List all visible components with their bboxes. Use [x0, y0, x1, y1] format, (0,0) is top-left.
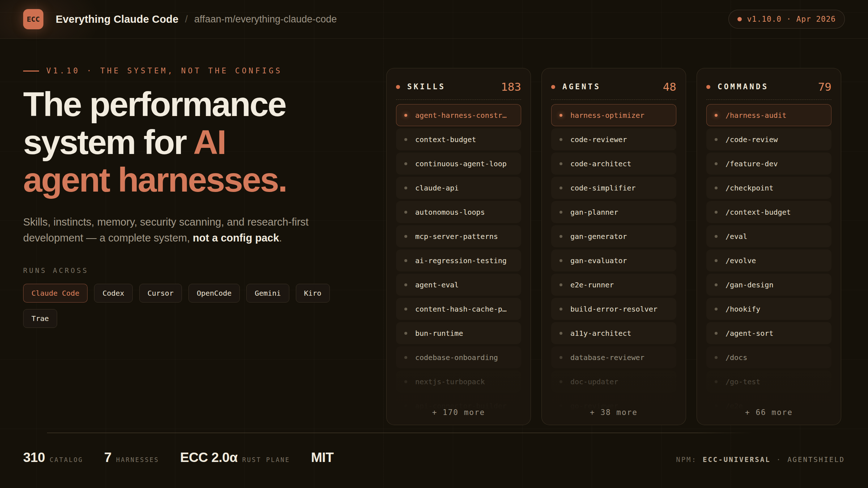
catalog-item[interactable]: content-hash-cache-p… — [396, 298, 521, 320]
item-label: /code-review — [726, 135, 778, 144]
catalog-item[interactable]: database-reviewer — [551, 346, 676, 368]
stat-value: ECC 2.0α — [180, 450, 238, 465]
item-dot-icon — [715, 211, 718, 214]
catalog-item[interactable]: gan-generator — [551, 225, 676, 247]
card-count: 183 — [501, 80, 521, 93]
catalog-item[interactable]: harness-optimizer — [551, 104, 676, 126]
item-dot-icon — [715, 114, 718, 117]
catalog-item[interactable]: ai-regression-testing — [396, 249, 521, 271]
item-label: claude-api — [415, 184, 459, 192]
item-label: autonomous-loops — [415, 208, 485, 217]
item-label: /docs — [726, 353, 747, 362]
item-label: code-simplifier — [570, 184, 636, 192]
harness-chip-opencode[interactable]: OpenCode — [188, 284, 240, 303]
catalog-item[interactable]: /docs — [706, 346, 831, 368]
app-title: Everything Claude Code — [56, 13, 179, 25]
subtitle-bold: not a config pack — [193, 232, 279, 244]
item-label: gan-generator — [570, 232, 627, 241]
catalog-item[interactable]: e2e-runner — [551, 274, 676, 296]
card-label: AGENTS — [562, 82, 601, 91]
catalog-item[interactable]: /eval — [706, 225, 831, 247]
item-label: /eval — [726, 232, 747, 241]
stat-mit: MIT — [311, 450, 333, 465]
catalog-item[interactable]: build-error-resolver — [551, 298, 676, 320]
catalog-item[interactable]: code-architect — [551, 153, 676, 175]
harness-chip-gemini[interactable]: Gemini — [246, 284, 289, 303]
stat-label: HARNESSES — [116, 456, 159, 463]
item-label: code-architect — [570, 159, 631, 168]
catalog-item[interactable]: /hookify — [706, 298, 831, 320]
harness-chip-claude-code[interactable]: Claude Code — [23, 284, 88, 303]
catalog-item[interactable]: code-reviewer — [551, 128, 676, 150]
catalog-item[interactable]: /harness-audit — [706, 104, 831, 126]
item-dot-icon — [559, 235, 562, 238]
catalog-item[interactable]: continuous-agent-loop — [396, 153, 521, 175]
stat-harnesses: 7HARNESSES — [104, 450, 159, 465]
catalog-item[interactable]: bun-runtime — [396, 322, 521, 344]
catalog-item[interactable]: code-simplifier — [551, 177, 676, 199]
catalog-item[interactable]: /context-budget — [706, 201, 831, 223]
more-count-label: + 66 more — [697, 408, 841, 417]
card-header: COMMANDS79 — [706, 78, 831, 96]
catalog-item[interactable]: /checkpoint — [706, 177, 831, 199]
page: ECC Everything Claude Code / affaan-m/ev… — [0, 0, 868, 488]
item-dot-icon — [715, 380, 718, 383]
item-label: agent-harness-constr… — [415, 111, 507, 120]
heading-accent-text: agent harnesses. — [23, 160, 286, 199]
catalog-item[interactable]: agent-eval — [396, 274, 521, 296]
npm-label: NPM: — [676, 455, 697, 463]
item-dot-icon — [715, 259, 718, 262]
item-dot-icon — [559, 211, 562, 214]
harness-chip-cursor[interactable]: Cursor — [139, 284, 182, 303]
npm-agentshield: AGENTSHIELD — [787, 455, 845, 463]
heading-accent-text: AI — [193, 123, 225, 161]
item-dot-icon — [715, 283, 718, 286]
item-label: /feature-dev — [726, 159, 778, 168]
card-dot-icon — [706, 85, 710, 89]
version-badge: v1.10.0 · Apr 2026 — [728, 10, 845, 29]
catalog-item[interactable]: /feature-dev — [706, 153, 831, 175]
eyebrow-text: V1.10 · THE SYSTEM, NOT THE CONFIGS — [46, 67, 282, 75]
catalog-item[interactable]: doc-updater — [551, 371, 676, 393]
catalog-item[interactable]: autonomous-loops — [396, 201, 521, 223]
catalog-item[interactable]: mcp-server-patterns — [396, 225, 521, 247]
catalog-item[interactable]: /go-test — [706, 371, 831, 393]
catalog-item[interactable]: a11y-architect — [551, 322, 676, 344]
catalog-item[interactable]: context-budget — [396, 128, 521, 150]
item-dot-icon — [559, 187, 562, 189]
catalog-item[interactable]: /agent-sort — [706, 322, 831, 344]
catalog-item[interactable]: nextjs-turbopack — [396, 371, 521, 393]
catalog-item[interactable]: /evolve — [706, 249, 831, 271]
harness-chip-trae[interactable]: Trae — [23, 309, 57, 328]
item-label: codebase-onboarding — [415, 353, 498, 362]
catalog-item[interactable]: agent-harness-constr… — [396, 104, 521, 126]
item-label: /go-test — [726, 377, 760, 386]
item-dot-icon — [559, 404, 562, 407]
card-count: 79 — [818, 80, 831, 93]
ecc-logo[interactable]: ECC — [23, 9, 43, 29]
runs-across-label: RUNS ACROSS — [23, 266, 363, 274]
item-label: /agent-sort — [726, 329, 773, 338]
catalog-item[interactable]: gan-evaluator — [551, 249, 676, 271]
catalog-item[interactable]: claude-api — [396, 177, 521, 199]
heading-text: system for — [23, 123, 193, 161]
harness-chip-kiro[interactable]: Kiro — [296, 284, 330, 303]
catalog-item[interactable]: /code-review — [706, 128, 831, 150]
card-skills: SKILLS183agent-harness-constr…context-bu… — [386, 68, 531, 425]
npm-separator: · — [776, 455, 782, 463]
item-label: gan-evaluator — [570, 256, 627, 265]
catalog-item[interactable]: /gan-design — [706, 274, 831, 296]
breadcrumb-repo[interactable]: affaan-m/everything-claude-code — [194, 14, 337, 25]
harness-chip-codex[interactable]: Codex — [94, 284, 132, 303]
item-label: /hookify — [726, 305, 760, 313]
footer-divider — [47, 433, 753, 433]
catalog-item[interactable]: gan-planner — [551, 201, 676, 223]
catalog-item[interactable]: codebase-onboarding — [396, 346, 521, 368]
item-dot-icon — [404, 308, 407, 311]
version-dot-icon — [737, 17, 742, 21]
item-label: /gan-design — [726, 281, 773, 289]
heading-line: The performance — [23, 85, 363, 123]
card-commands: COMMANDS79/harness-audit/code-review/fea… — [697, 68, 841, 425]
stat-label: RUST PLANE — [242, 456, 290, 463]
card-dashed-divider — [706, 99, 831, 100]
